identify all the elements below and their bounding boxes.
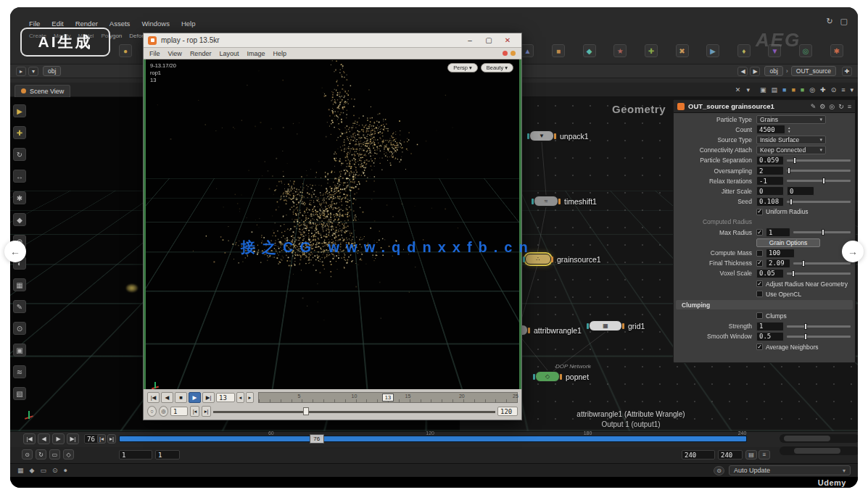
mplay-range-start-button[interactable]: |◂ [190, 406, 199, 417]
mplay-range-end-button[interactable]: ▸| [202, 406, 211, 417]
node-input-flag[interactable] [532, 199, 534, 204]
timeline-option-icon[interactable]: ⊙ [22, 449, 33, 459]
jump-end-button[interactable]: ▸| [107, 434, 116, 444]
param-value-field[interactable]: 0.5 [756, 332, 784, 341]
mplay-view-pill[interactable]: Beauty ▾ [481, 63, 513, 72]
mplay-loop-icon[interactable]: ○ [147, 406, 157, 417]
param-slider[interactable] [787, 325, 851, 328]
timeline-option-icon[interactable]: ↻ [36, 449, 46, 459]
net-path-back-icon[interactable]: ◀ [737, 67, 748, 76]
param-value-field[interactable]: 0.059 [756, 156, 784, 165]
scale-tool[interactable]: ↔ [13, 170, 26, 183]
layout-tool[interactable]: ▣ [13, 344, 26, 357]
param-slider[interactable] [787, 180, 851, 182]
param-value-field[interactable]: 4500 [756, 125, 785, 134]
param-value-field[interactable]: 0 [787, 186, 814, 196]
status-icon[interactable]: ◆ [30, 467, 35, 474]
wire-tool[interactable]: ▦ [13, 278, 26, 291]
param-button[interactable]: Grain Options [756, 238, 820, 247]
rotate-tool[interactable]: ↻ [13, 148, 26, 161]
mplay-menu-view[interactable]: View [168, 50, 182, 57]
timeline-track[interactable] [119, 436, 747, 442]
range-end-field[interactable]: 240 [682, 450, 715, 459]
param-value-field[interactable]: 2 [756, 166, 784, 175]
mplay-frame-ruler[interactable]: 51015202513 [258, 392, 518, 403]
param-slider[interactable] [787, 170, 851, 172]
target-tool[interactable]: ⊙ [13, 322, 26, 335]
close-icon[interactable]: ✕ [498, 36, 517, 44]
horizontal-scrollbar-top[interactable] [780, 434, 858, 443]
pose-tool[interactable]: ◆ [13, 213, 26, 226]
param-stepper[interactable]: ▴▾ [788, 126, 790, 133]
panel-header-icon[interactable]: ◎ [829, 103, 835, 110]
shelf-tool-icon[interactable]: ● [119, 44, 132, 57]
select-tool[interactable]: ▶ [13, 104, 26, 117]
shelf-tool-icon[interactable]: ★ [613, 44, 627, 57]
carousel-next-button[interactable]: → [842, 241, 864, 262]
horizontal-scrollbar-bottom[interactable] [780, 446, 858, 455]
param-slider[interactable] [787, 159, 851, 162]
status-icon[interactable]: ⊙ [52, 467, 58, 474]
video-frame[interactable]: FileEditRenderAssetsWindowsHelp ↻▢ Creat… [10, 7, 858, 488]
pane-icon[interactable]: ◎ [809, 86, 815, 93]
param-checkbox[interactable]: ✓ [756, 344, 763, 350]
pane-icon[interactable]: ■ [782, 86, 786, 93]
path-add-icon[interactable]: ✚ [842, 67, 852, 76]
node-display-flag[interactable] [560, 374, 562, 380]
shelf-tool-icon[interactable]: ✱ [830, 44, 843, 57]
search-icon[interactable]: ⊙ [714, 466, 724, 475]
timeline-option-icon[interactable]: ▭ [49, 449, 60, 459]
mplay-menu-layout[interactable]: Layout [219, 50, 239, 57]
timeline-transport-button[interactable]: ◀ [38, 433, 50, 444]
timeline-transport-button[interactable]: ▶ [52, 433, 65, 444]
param-slider[interactable] [787, 273, 851, 275]
mplay-window[interactable]: mplay - rop 13.5kr – ▢ ✕ FileViewRenderL… [143, 33, 522, 420]
mplay-view-pill[interactable]: Persp ▾ [447, 63, 477, 72]
param-value-field[interactable]: 0.05 [756, 269, 784, 278]
param-checkbox[interactable]: ✓ [756, 260, 763, 267]
node-display-flag[interactable] [558, 199, 561, 204]
node-input-flag[interactable] [527, 133, 529, 139]
cook-mode-select[interactable]: Auto Update ▾ [729, 465, 851, 475]
timeline-layout-icon[interactable]: ▤ [745, 450, 757, 459]
mplay-step-forward-button[interactable]: ▸ [246, 392, 254, 403]
shelf-tool-icon[interactable]: ◎ [799, 44, 812, 57]
range-substart-field[interactable]: 1 [155, 450, 180, 459]
mplay-step-back-button[interactable]: ◂ [236, 392, 244, 403]
pane-icon[interactable]: ⊙ [831, 86, 837, 93]
param-select[interactable]: Inside Surface▾ [756, 136, 826, 144]
mplay-titlebar[interactable]: mplay - rop 13.5kr – ▢ ✕ [144, 33, 521, 48]
status-icon[interactable]: ● [64, 467, 67, 474]
node-display-flag[interactable] [528, 328, 530, 333]
mplay-menu-help[interactable]: Help [273, 50, 286, 57]
mplay-realtime-icon[interactable]: ◎ [159, 406, 168, 417]
mplay-transport-button[interactable]: ▶ [189, 392, 201, 403]
param-section-header[interactable]: Clumping [676, 300, 853, 309]
param-checkbox[interactable] [756, 250, 763, 257]
param-checkbox[interactable] [756, 291, 763, 297]
jump-start-button[interactable]: |◂ [97, 434, 106, 444]
status-icon[interactable]: ▦ [17, 467, 24, 474]
node-display-flag[interactable] [622, 323, 624, 329]
node-display-flag[interactable] [554, 133, 556, 139]
node-unpack1[interactable]: ▼ [529, 130, 554, 141]
menu-item-file[interactable]: File [29, 20, 40, 28]
panel-header-icon[interactable]: ↻ [838, 103, 844, 110]
node-grid1[interactable]: ▦ [589, 320, 622, 331]
param-value-field[interactable]: 0 [756, 186, 784, 196]
pane-icon[interactable]: ▾ [746, 86, 750, 93]
mplay-increment-field[interactable]: 1 [170, 407, 188, 416]
range-subend-field[interactable]: 240 [718, 450, 743, 459]
pane-icon[interactable]: ≡ [841, 86, 845, 93]
param-value-field[interactable]: 0.108 [756, 197, 784, 207]
node-input-flag[interactable] [523, 257, 525, 262]
node-input-flag[interactable] [533, 374, 535, 380]
mplay-menu-file[interactable]: File [149, 50, 160, 57]
pane-icon[interactable]: ✚ [820, 86, 826, 93]
node-input-flag[interactable] [587, 323, 589, 329]
menu-item-edit[interactable]: Edit [51, 20, 63, 28]
handles-tool[interactable]: ✱ [13, 191, 26, 204]
shelf-tool-icon[interactable]: ◆ [583, 44, 596, 57]
param-checkbox[interactable]: ✓ [756, 280, 763, 287]
pane-icon[interactable]: ▣ [760, 86, 766, 93]
